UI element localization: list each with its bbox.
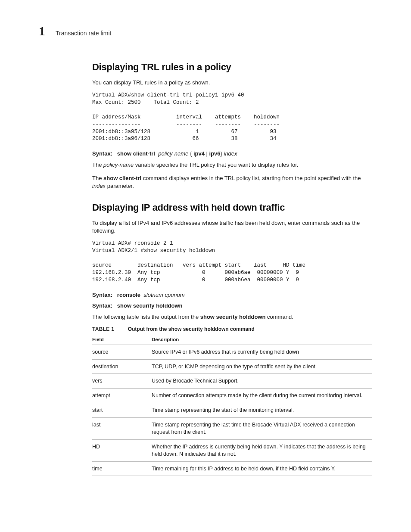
cell-field: HD — [92, 439, 152, 461]
table-row: HDWhether the IP address is currently be… — [92, 439, 372, 461]
cell-field: time — [92, 461, 152, 476]
table-header-row: Field Description — [92, 334, 372, 345]
brace-open: { — [188, 150, 193, 157]
cmd-show-client-trl: show client-trl — [103, 175, 141, 181]
section1-syntax: Syntax: show client-trl policy-name { ip… — [92, 150, 372, 157]
section2-syntax2: Syntax: show security holddown — [92, 302, 372, 309]
cell-description: Time remaining for this IP address to be… — [152, 461, 372, 476]
chapter-title: Transaction rate limit — [56, 30, 111, 37]
table-row: startTime stamp representing the start o… — [92, 403, 372, 418]
cell-description: Used by Brocade Technical Support. — [152, 374, 372, 389]
cell-description: Time stamp representing the last time th… — [152, 418, 372, 440]
section-heading-held-down: Displaying IP address with held down tra… — [92, 202, 372, 213]
table-row: versUsed by Brocade Technical Support. — [92, 374, 372, 389]
table-row: sourceSource IPv4 or IPv6 address that i… — [92, 345, 372, 359]
syntax-cmd: show client-trl — [117, 150, 155, 157]
section1-p2: The show client-trl command displays ent… — [92, 174, 372, 190]
text: The following table lists the output fro… — [92, 314, 200, 320]
section-heading-trl-rules: Displaying TRL rules in a policy — [92, 62, 372, 73]
syntax-arg-policyname: policy-name — [158, 150, 188, 157]
section1-code-block: Virtual ADX#show client-trl trl-policy1 … — [92, 92, 372, 143]
cell-description: Number of connection attempts made by th… — [152, 389, 372, 403]
table-row: timeTime remaining for this IP address t… — [92, 461, 372, 476]
var-index: index — [92, 183, 106, 189]
cell-description: Source IPv4 or IPv6 address that is curr… — [152, 345, 372, 359]
table-row: destinationTCP, UDP, or ICMP depending o… — [92, 359, 372, 374]
syntax-label: Syntax: — [92, 150, 112, 157]
cell-field: attempt — [92, 389, 152, 403]
syntax-cmd-rconsole: rconsole — [117, 292, 140, 298]
text: variable specifies the TRL policy that y… — [134, 162, 298, 168]
syntax-arg-index: index — [224, 150, 237, 157]
chapter-number: 1 — [39, 24, 45, 38]
syntax-opt-ipv4: ipv4 — [193, 150, 205, 157]
table-row: lastTime stamp representing the last tim… — [92, 418, 372, 440]
section1-p1: The policy-name variable specifies the T… — [92, 161, 372, 169]
text: command displays entries in the TRL poli… — [141, 175, 361, 181]
cell-field: source — [92, 345, 152, 359]
cell-field: vers — [92, 374, 152, 389]
page: 1 Transaction rate limit Displaying TRL … — [0, 0, 411, 502]
table-caption: TABLE 1 Output from the show security ho… — [92, 326, 372, 332]
section2-code-block: Virtual ADX# rconsole 2 1 Virtual ADX2/1… — [92, 240, 372, 283]
cell-field: destination — [92, 359, 152, 374]
cell-description: Time stamp representing the start of the… — [152, 403, 372, 418]
cell-field: start — [92, 403, 152, 418]
cell-description: Whether the IP address is currently bein… — [152, 439, 372, 461]
cell-description: TCP, UDP, or ICMP depending on the type … — [152, 359, 372, 374]
brace-close: } — [221, 150, 224, 157]
table-label: TABLE 1 — [92, 326, 114, 332]
text: command. — [265, 314, 293, 320]
section2-syntax1: Syntax: rconsole slotnum cpunum — [92, 292, 372, 298]
syntax-cmd-show-security-holddown: show security holddown — [117, 302, 183, 309]
section2-p1: The following table lists the output fro… — [92, 313, 372, 321]
th-description: Description — [152, 334, 372, 345]
table-title: Output from the show security holddown c… — [128, 326, 255, 332]
page-header: 1 Transaction rate limit — [39, 24, 372, 38]
cmd-show-security-holddown: show security holddown — [200, 314, 266, 320]
text: parameter. — [106, 183, 134, 189]
text: The — [92, 175, 103, 181]
cell-field: last — [92, 418, 152, 440]
output-table: Field Description sourceSource IPv4 or I… — [92, 334, 372, 476]
content-area: Displaying TRL rules in a policy You can… — [92, 62, 372, 476]
syntax-opt-ipv6: ipv6 — [209, 150, 221, 157]
pipe: | — [205, 150, 209, 157]
syntax-label: Syntax: — [92, 302, 112, 309]
table-row: attemptNumber of connection attempts mad… — [92, 389, 372, 403]
th-field: Field — [92, 334, 152, 345]
syntax-args-slot-cpu: slotnum cpunum — [143, 292, 184, 298]
section2-intro: To display a list of IPv4 and IPv6 addre… — [92, 219, 372, 235]
syntax-label: Syntax: — [92, 292, 112, 298]
section1-intro: You can display TRL rules in a policy as… — [92, 79, 372, 87]
text: The — [92, 162, 103, 168]
var-policyname: policy-name — [103, 162, 134, 168]
